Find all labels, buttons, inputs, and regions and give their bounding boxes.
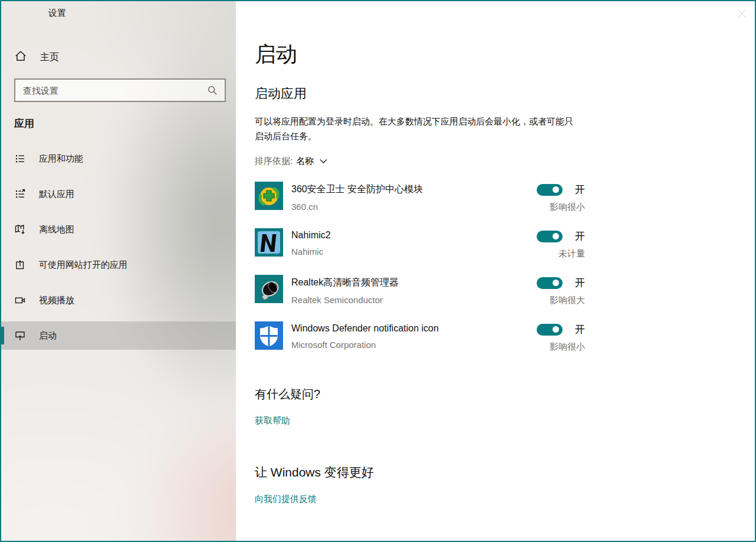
- toggle-knob: [553, 280, 559, 286]
- toggle-360[interactable]: [537, 184, 563, 196]
- app-name: Windows Defender notification icon: [291, 323, 537, 334]
- toggle-knob: [553, 233, 559, 239]
- video-playback-icon: [14, 294, 26, 306]
- sidebar-item-label: 主页: [40, 51, 59, 64]
- sort-by-value: 名称: [296, 156, 314, 167]
- sidebar-item-apps-features[interactable]: 应用和功能: [1, 144, 236, 173]
- toggle-state-label: 开: [575, 183, 585, 196]
- section-title-startup-apps: 启动应用: [255, 85, 755, 103]
- help-heading: 有什么疑问?: [255, 386, 755, 402]
- home-icon: [14, 50, 27, 65]
- app-publisher: Microsoft Corporation: [291, 340, 537, 350]
- sidebar-item-label: 离线地图: [39, 224, 74, 235]
- sidebar-item-label: 应用和功能: [39, 153, 83, 165]
- get-help-link[interactable]: 获取帮助: [255, 415, 290, 426]
- startup-impact: 影响很小: [550, 341, 585, 353]
- page-title: 启动: [255, 40, 755, 69]
- search-icon: [207, 85, 218, 96]
- sidebar-item-label: 可使用网站打开的应用: [39, 259, 127, 271]
- feedback-heading: 让 Windows 变得更好: [255, 464, 755, 481]
- apps-features-icon: [14, 153, 26, 165]
- sidebar-item-default-apps[interactable]: 默认应用: [1, 180, 236, 208]
- toggle-defender[interactable]: [537, 324, 563, 336]
- startup-impact: 影响很小: [550, 202, 585, 213]
- app-row-realtek: Realtek高清晰音频管理器 Realtek Semiconductor 开 …: [255, 275, 585, 303]
- app-icon-nahimic: [255, 228, 283, 257]
- main-content: 启动 启动应用 可以将应用配置为登录时启动。在大多数情况下应用启动后会最小化，或…: [236, 1, 755, 541]
- search-box: [14, 78, 226, 102]
- sidebar-item-apps-for-websites[interactable]: 可使用网站打开的应用: [1, 251, 236, 279]
- sidebar-item-home[interactable]: 主页: [1, 46, 236, 68]
- sidebar-item-label: 启动: [39, 330, 57, 341]
- sidebar-item-label: 视频播放: [39, 295, 74, 306]
- toggle-state-label: 开: [575, 229, 585, 243]
- sort-by-label: 排序依据:: [255, 156, 292, 167]
- toggle-knob: [553, 186, 559, 193]
- app-row-defender: Windows Defender notification icon Micro…: [255, 321, 585, 350]
- startup-app-list: 360安全卫士 安全防护中心模块 360.cn 开 影响很小: [255, 182, 585, 350]
- sort-by-dropdown[interactable]: 排序依据: 名称: [255, 156, 327, 167]
- app-row-360: 360安全卫士 安全防护中心模块 360.cn 开 影响很小: [255, 182, 585, 210]
- sidebar-item-label: 默认应用: [39, 189, 74, 200]
- give-feedback-link[interactable]: 向我们提供反馈: [255, 494, 317, 505]
- close-icon[interactable]: [737, 9, 747, 18]
- sidebar: 设置 主页 应用: [1, 1, 236, 541]
- sidebar-section-apps: 应用: [14, 117, 34, 130]
- toggle-state-label: 开: [575, 276, 585, 290]
- search-input[interactable]: [15, 86, 207, 96]
- toggle-knob: [553, 326, 559, 333]
- app-name: Nahimic2: [291, 230, 537, 241]
- startup-icon: [14, 330, 26, 341]
- app-icon-360: [255, 182, 283, 210]
- sidebar-item-video-playback[interactable]: 视频播放: [1, 286, 236, 314]
- apps-for-websites-icon: [14, 259, 26, 271]
- sidebar-nav: 应用和功能 默: [1, 144, 236, 357]
- sidebar-item-offline-maps[interactable]: 离线地图: [1, 215, 236, 244]
- toggle-state-label: 开: [575, 323, 585, 336]
- toggle-realtek[interactable]: [537, 277, 563, 289]
- window-title: 设置: [48, 8, 66, 19]
- app-publisher: Nahimic: [291, 247, 537, 257]
- sidebar-item-startup[interactable]: 启动: [1, 321, 236, 350]
- app-name: 360安全卫士 安全防护中心模块: [291, 183, 537, 196]
- default-apps-icon: [14, 188, 26, 200]
- chevron-down-icon: [320, 159, 327, 164]
- startup-impact: 影响很大: [550, 295, 585, 306]
- app-icon-realtek: [255, 275, 283, 303]
- startup-description: 可以将应用配置为登录时启动。在大多数情况下应用启动后会最小化，或者可能只启动后台…: [255, 114, 580, 143]
- selected-accent-bar: [1, 327, 4, 344]
- app-row-nahimic: Nahimic2 Nahimic 开 未计量: [255, 228, 585, 257]
- settings-window: 设置 主页 应用: [0, 0, 756, 542]
- startup-impact: 未计量: [558, 248, 585, 259]
- app-icon-defender: [255, 321, 283, 350]
- app-name: Realtek高清晰音频管理器: [291, 277, 537, 289]
- offline-maps-icon: [14, 224, 26, 235]
- app-publisher: Realtek Semiconductor: [291, 295, 537, 305]
- app-publisher: 360.cn: [291, 202, 537, 212]
- toggle-nahimic[interactable]: [537, 231, 563, 242]
